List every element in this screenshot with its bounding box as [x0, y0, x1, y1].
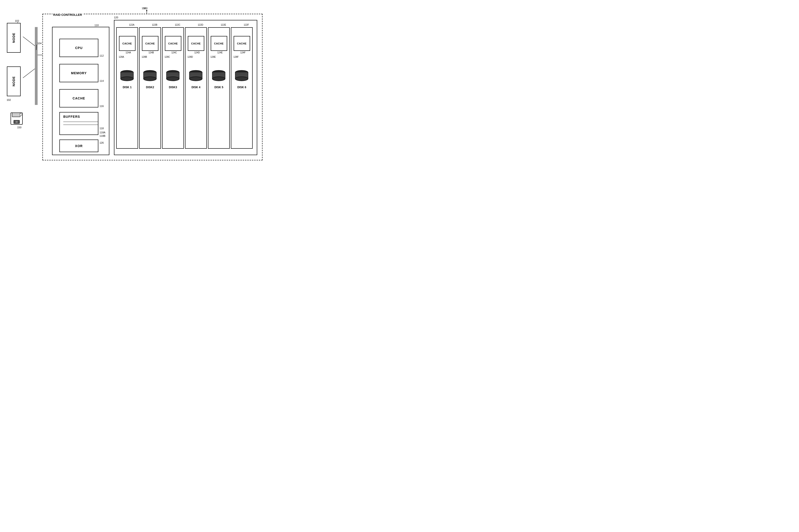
disk-1-label: DISK 1	[123, 86, 132, 89]
disk-cache-3: CACHE	[165, 36, 181, 51]
outer-system-box: RAID CONTROLLER 110 CPU 112 MEMORY 114 C…	[42, 14, 262, 160]
ref-124D: 124D	[194, 51, 200, 54]
svg-rect-13	[16, 121, 18, 123]
svg-rect-14	[20, 113, 22, 116]
ref-116: 116	[99, 105, 104, 108]
ref-118B: 118B	[99, 134, 106, 137]
ref-122A: 122A	[129, 24, 134, 26]
ref-122B: 122B	[152, 24, 157, 26]
ref-104: 104	[37, 42, 41, 45]
buffers-box: BUFFERS	[59, 112, 98, 135]
disks-area: 122A CACHE 124A 128A DISK 1	[114, 20, 257, 155]
disk-cache-3-label: CACHE	[168, 42, 178, 45]
svg-line-2	[23, 37, 35, 46]
disk-cylinder-3	[166, 70, 181, 82]
disk-cache-5: CACHE	[211, 36, 227, 51]
disk-cache-6: CACHE	[234, 36, 250, 51]
ref-128B: 128B	[142, 56, 147, 58]
memory-box: MEMORY	[59, 64, 98, 82]
ref-124B: 124B	[149, 51, 154, 54]
ref-128C: 128C	[165, 56, 170, 58]
svg-rect-11	[12, 113, 20, 117]
ref-100-display: 100	[142, 7, 146, 10]
cache-controller-label: CACHE	[73, 96, 85, 100]
ref-124A: 124A	[126, 51, 131, 54]
svg-point-29	[166, 77, 179, 81]
svg-point-23	[144, 77, 156, 81]
svg-rect-1	[35, 27, 38, 105]
disk-2-label: DISK2	[146, 86, 154, 89]
disk-unit-2: 122B CACHE 124B 128B DISK2	[139, 27, 161, 149]
disk-5-label: DISK 5	[215, 86, 223, 89]
disk-3-label: DISK3	[169, 86, 177, 89]
buffers-label: BUFFERS	[63, 115, 80, 118]
diagram: 100 100 NODE 102 NODE 102 104 150 RAID C…	[0, 0, 266, 177]
ref-124C: 124C	[171, 51, 177, 54]
disk-unit-5: 122E CACHE 124E 128E DISK 5	[208, 27, 230, 149]
ref-128D: 128D	[188, 56, 193, 58]
node-2: NODE	[7, 66, 21, 96]
ref-118: 118	[99, 127, 104, 130]
disk-cylinder-6	[234, 70, 249, 82]
cpu-label: CPU	[75, 46, 83, 50]
ref-150: 150	[17, 126, 21, 129]
svg-point-17	[120, 77, 133, 81]
ref-102-top: 102	[15, 19, 19, 22]
disk-cylinder-5	[211, 70, 226, 82]
ref-110: 110	[94, 24, 98, 26]
disk-cylinder-2	[143, 70, 157, 82]
svg-point-47	[235, 77, 248, 81]
disk-6-label: DISK 6	[237, 86, 246, 89]
ref-120: 120	[114, 16, 118, 19]
svg-line-3	[23, 69, 35, 78]
disk-cache-2-label: CACHE	[145, 42, 155, 45]
ref-122F: 122F	[244, 24, 249, 26]
disk-unit-4: 122D CACHE 124D 128D DISK 4	[185, 27, 207, 149]
ref-118A: 118A	[99, 131, 106, 134]
disk-cache-4: CACHE	[188, 36, 204, 51]
raid-controller-label: RAID CONTROLLER	[53, 13, 83, 17]
svg-point-35	[189, 77, 202, 81]
floppy-disk-icon	[10, 112, 23, 125]
buffer-line-2	[63, 125, 98, 125]
ref-122D: 122D	[198, 24, 203, 26]
disk-cache-4-label: CACHE	[191, 42, 201, 45]
node-1: NODE	[7, 23, 21, 53]
svg-point-41	[212, 77, 225, 81]
xor-label: XOR	[75, 144, 82, 148]
svg-line-6	[36, 45, 37, 50]
cpu-box: CPU	[59, 39, 98, 57]
disk-cache-6-label: CACHE	[237, 42, 247, 45]
ref-126: 126	[99, 141, 104, 144]
node-2-label: NODE	[12, 76, 16, 87]
disk-cylinder-1	[120, 70, 134, 82]
disk-4-label: DISK 4	[191, 86, 200, 89]
disk-unit-3: 122C CACHE 124C 128C DISK3	[162, 27, 184, 149]
ref-128A: 128A	[119, 56, 124, 58]
disk-cache-5-label: CACHE	[214, 42, 224, 45]
cache-controller-box: CACHE	[59, 89, 98, 108]
ref-124E: 124E	[217, 51, 223, 54]
disk-cache-1-label: CACHE	[123, 42, 132, 45]
raid-controller-box: CPU 112 MEMORY 114 CACHE 116 BUFFERS 118…	[52, 27, 109, 155]
node-1-label: NODE	[12, 33, 16, 43]
xor-box: XOR	[59, 139, 98, 152]
ref-128F: 128F	[234, 56, 239, 58]
disk-cache-1: CACHE	[119, 36, 135, 51]
ref-128E: 128E	[210, 56, 216, 58]
disk-unit-6: 122F CACHE 124F 128F DISK 6	[231, 27, 253, 149]
ref-122E: 122E	[221, 24, 226, 26]
memory-label: MEMORY	[71, 71, 87, 75]
ref-122C: 122C	[175, 24, 181, 26]
ref-114: 114	[99, 79, 104, 82]
ref-112: 112	[99, 54, 104, 57]
disk-unit-1: 122A CACHE 124A 128A DISK 1	[116, 27, 138, 149]
disk-cache-2: CACHE	[142, 36, 159, 51]
disk-cylinder-4	[188, 70, 203, 82]
ref-124F: 124F	[240, 51, 245, 54]
ref-102-bottom: 102	[7, 98, 11, 101]
